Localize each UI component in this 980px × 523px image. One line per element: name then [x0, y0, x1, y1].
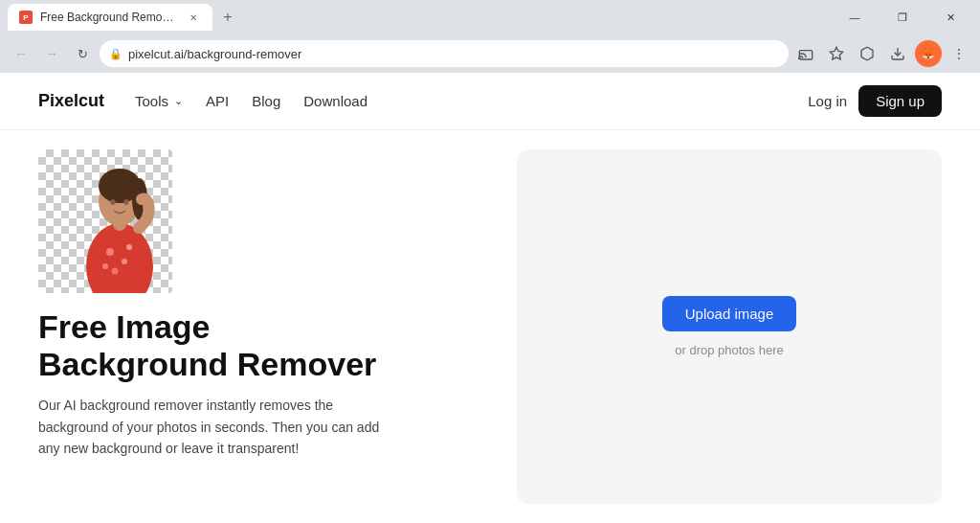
window-controls: — ❐ ✕	[833, 0, 972, 34]
tab-close-icon[interactable]: ✕	[186, 10, 201, 25]
address-secure-icon: 🔒	[109, 48, 122, 60]
nav-left: Pixelcut Tools ⌄ API Blog Download	[38, 91, 368, 111]
person-illustration	[67, 151, 172, 293]
title-bar: P Free Background Remover: Re... ✕ + — ❐…	[0, 0, 980, 34]
browser-tab[interactable]: P Free Background Remover: Re... ✕	[8, 4, 212, 31]
svg-point-10	[124, 199, 129, 205]
drop-hint-text: or drop photos here	[675, 343, 783, 357]
hero-title: Free Image Background Remover	[38, 308, 479, 383]
hero-section: Free Image Background Remover Our AI bac…	[0, 130, 517, 523]
svg-point-15	[102, 263, 108, 269]
browser-menu-button[interactable]: ⋮	[946, 40, 972, 67]
nav-item-download[interactable]: Download	[303, 93, 368, 109]
nav-item-api[interactable]: API	[206, 93, 229, 109]
svg-point-9	[111, 199, 116, 205]
new-tab-button[interactable]: +	[216, 6, 239, 29]
site-logo: Pixelcut	[38, 91, 104, 111]
cast-icon[interactable]	[792, 40, 819, 67]
main-content: Free Image Background Remover Our AI bac…	[0, 130, 980, 523]
browser-chrome: P Free Background Remover: Re... ✕ + — ❐…	[0, 0, 980, 73]
toolbar-right: 🦊 ⋮	[792, 40, 972, 67]
close-button[interactable]: ✕	[928, 0, 972, 34]
svg-point-13	[112, 268, 119, 275]
bookmark-icon[interactable]	[823, 40, 850, 67]
chevron-down-icon: ⌄	[174, 95, 183, 107]
hero-image	[38, 149, 172, 293]
nav-item-tools[interactable]: Tools ⌄	[135, 93, 183, 109]
browser-profile-button[interactable]: 🦊	[915, 40, 942, 67]
tab-favicon: P	[19, 11, 33, 24]
svg-point-14	[126, 244, 132, 250]
upload-drop-zone[interactable]: Upload image or drop photos here	[517, 149, 942, 504]
browser-toolbar: ← → ↻ 🔒 pixelcut.ai/background-remover 🦊…	[0, 34, 980, 73]
address-bar[interactable]: 🔒 pixelcut.ai/background-remover	[100, 40, 789, 67]
signup-button[interactable]: Sign up	[858, 85, 942, 117]
svg-point-1	[799, 57, 800, 58]
login-button[interactable]: Log in	[808, 93, 847, 109]
reload-button[interactable]: ↻	[69, 40, 96, 67]
svg-point-11	[106, 248, 114, 256]
nav-items: Tools ⌄ API Blog Download	[135, 93, 368, 109]
forward-button[interactable]: →	[38, 40, 65, 67]
tab-title: Free Background Remover: Re...	[40, 11, 174, 24]
hero-description: Our AI background remover instantly remo…	[38, 395, 402, 459]
maximize-button[interactable]: ❐	[880, 0, 924, 34]
upload-image-button[interactable]: Upload image	[662, 296, 797, 331]
back-button[interactable]: ←	[8, 40, 34, 67]
page-content: Pixelcut Tools ⌄ API Blog Download Log i…	[0, 73, 980, 523]
address-text: pixelcut.ai/background-remover	[128, 47, 779, 61]
title-bar-left: P Free Background Remover: Re... ✕ +	[8, 4, 239, 31]
extensions-icon[interactable]	[854, 40, 880, 67]
svg-point-12	[122, 259, 127, 264]
site-nav: Pixelcut Tools ⌄ API Blog Download Log i…	[0, 73, 980, 130]
nav-item-blog[interactable]: Blog	[252, 93, 280, 109]
nav-right: Log in Sign up	[808, 85, 942, 117]
minimize-button[interactable]: —	[833, 0, 877, 34]
svg-point-3	[86, 223, 153, 293]
download-icon[interactable]	[884, 40, 911, 67]
